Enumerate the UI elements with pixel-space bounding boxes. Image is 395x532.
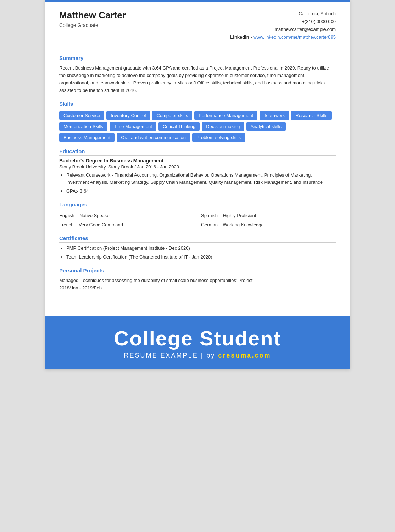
project-date: 2018/Jan - 2019/Feb xyxy=(59,285,102,290)
skill-tag: Teamwork xyxy=(260,111,289,120)
skill-tag: Time Management xyxy=(110,122,156,131)
project-description: Managed 'Techniques for assessing the du… xyxy=(59,278,252,283)
linkedin-separator: - xyxy=(249,34,254,40)
resume-container: Matthew Carter College Graduate Californ… xyxy=(45,0,350,369)
edu-list: Relevant Coursework:- Financial Accounti… xyxy=(59,172,336,195)
summary-title: Summary xyxy=(59,55,336,62)
skill-tag: Decision making xyxy=(202,122,244,131)
header: Matthew Carter College Graduate Californ… xyxy=(45,2,350,48)
footer-main-title: College Student xyxy=(52,327,343,350)
candidate-title: College Graduate xyxy=(59,22,126,28)
skill-tag: Inventory Control xyxy=(106,111,150,120)
skill-tag: Critical Thinking xyxy=(158,122,200,131)
footer-brand: cresuma.com xyxy=(218,352,271,359)
certificates-title: Certificates xyxy=(59,235,336,243)
skill-tag: Research Skills xyxy=(291,111,332,120)
skill-tag: Computer skills xyxy=(152,111,192,120)
skills-section: Skills Customer ServiceInventory Control… xyxy=(59,101,336,142)
language-item: French – Very Good Command xyxy=(59,221,194,229)
skill-tag: Problem-solving skills xyxy=(192,133,245,142)
personal-projects-section: Personal Projects Managed 'Techniques fo… xyxy=(59,267,336,292)
language-item: English – Native Speaker xyxy=(59,212,194,220)
personal-projects-title: Personal Projects xyxy=(59,267,336,275)
footer-sub: RESUME EXAMPLE | by cresuma.com xyxy=(52,352,343,359)
languages-title: Languages xyxy=(59,201,336,209)
header-left: Matthew Carter College Graduate xyxy=(59,10,126,28)
header-right: California, Antioch +(310) 0000 000 matt… xyxy=(230,10,336,41)
skills-title: Skills xyxy=(59,101,336,108)
page-wrapper: Matthew Carter College Graduate Californ… xyxy=(0,0,395,369)
edu-degree: Bachelor's Degree In Business Management xyxy=(59,158,336,164)
linkedin-url[interactable]: www.linkedin.com/me/matthewcarter895 xyxy=(253,34,336,40)
skill-tag: Performance Management xyxy=(194,111,257,120)
footer-sub-line: RESUME EXAMPLE | by xyxy=(124,352,218,359)
summary-section: Summary Recent Business Management gradu… xyxy=(59,55,336,94)
footer-banner: College Student RESUME EXAMPLE | by cres… xyxy=(45,316,350,369)
cert-item: PMP Certification (Project Management In… xyxy=(66,245,336,252)
edu-school: Stony Brook University, Stony Brook / Ja… xyxy=(59,164,336,170)
cert-item: Team Leadership Certification (The Chart… xyxy=(66,254,336,261)
email: matthewcarter@example.com xyxy=(230,26,336,33)
candidate-name: Matthew Carter xyxy=(59,10,126,21)
linkedin-label: LinkedIn xyxy=(230,34,249,40)
education-title: Education xyxy=(59,148,336,156)
certificates-section: Certificates PMP Certification (Project … xyxy=(59,235,336,261)
edu-coursework: Relevant Coursework:- Financial Accounti… xyxy=(66,172,336,187)
languages-grid: English – Native SpeakerSpanish – Highly… xyxy=(59,212,336,229)
language-item: Spanish – Highly Proficient xyxy=(201,212,336,220)
language-item: German – Working Knowledge xyxy=(201,221,336,229)
skill-tag: Memorization Skills xyxy=(59,122,107,131)
project-text: Managed 'Techniques for assessing the du… xyxy=(59,277,336,292)
phone: +(310) 0000 000 xyxy=(230,18,336,26)
cert-list: PMP Certification (Project Management In… xyxy=(59,245,336,261)
languages-section: Languages English – Native SpeakerSpanis… xyxy=(59,201,336,229)
skill-tag: Analytical skills xyxy=(246,122,286,131)
edu-gpa: GPA:- 3.64 xyxy=(66,188,336,195)
skill-tag: Customer Service xyxy=(59,111,104,120)
location: California, Antioch xyxy=(230,10,336,18)
main-content: Summary Recent Business Management gradu… xyxy=(45,48,350,309)
skill-tag: Business Management xyxy=(59,133,115,142)
linkedin: LinkedIn - www.linkedin.com/me/matthewca… xyxy=(230,33,336,41)
education-section: Education Bachelor's Degree In Business … xyxy=(59,148,336,195)
summary-text: Recent Business Management graduate with… xyxy=(59,65,336,94)
skill-tag: Oral and written communication xyxy=(117,133,190,142)
skills-container: Customer ServiceInventory ControlCompute… xyxy=(59,111,336,142)
